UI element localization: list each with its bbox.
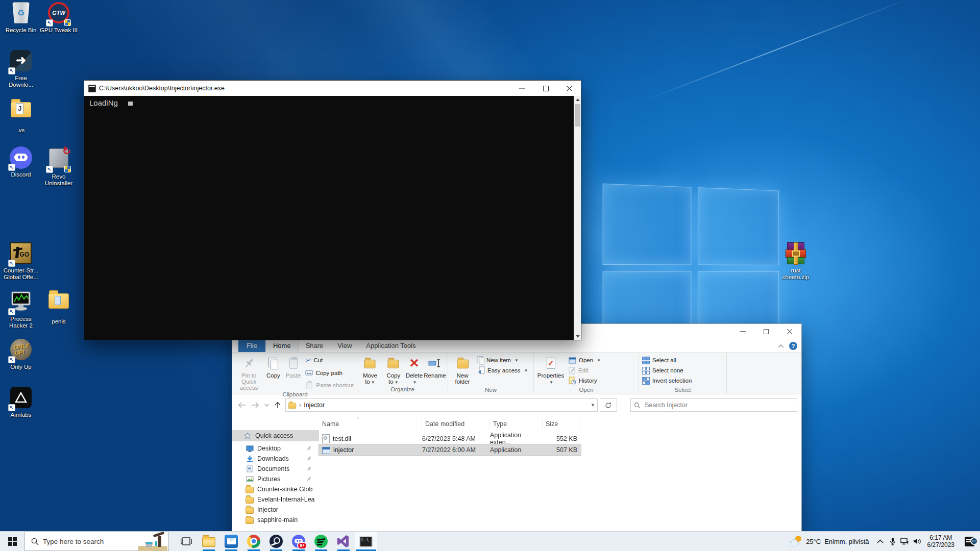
scroll-up-icon[interactable] — [574, 96, 581, 103]
desktop-icon-recycle-bin[interactable]: ♻ Recycle Bin — [0, 1, 42, 34]
taskbar-app-steam[interactable] — [265, 532, 287, 551]
column-header-date-modified[interactable]: Date modified — [422, 418, 490, 430]
help-icon[interactable]: ? — [789, 342, 797, 350]
desktop-icon-free-download-manager[interactable]: ➜ ↖ Free Downlo... — [0, 49, 42, 88]
desktop-icon-csgo[interactable]: GO ↖ Counter-Str... Global Offe... — [0, 241, 42, 281]
console-output-area[interactable]: LoadiNg — [84, 96, 581, 340]
copy-to-button[interactable]: Copy to▼ — [382, 355, 405, 386]
properties-button[interactable]: ✓ Properties▼ — [535, 355, 567, 386]
sidebar-item-injector[interactable]: Injector — [232, 505, 319, 515]
explorer-search-input[interactable] — [644, 401, 794, 409]
open-button[interactable]: Open▼ — [569, 355, 601, 365]
explorer-maximize-button[interactable] — [754, 324, 778, 339]
console-scrollbar[interactable] — [574, 96, 581, 340]
chevron-up-icon — [877, 539, 884, 543]
taskbar-app-mail[interactable] — [220, 532, 242, 551]
sidebar-item-pictures[interactable]: Pictures — [232, 474, 319, 484]
console-titlebar[interactable]: C:\Users\ukkoo\Desktop\Injector\injector… — [84, 81, 581, 96]
tab-share[interactable]: Share — [299, 340, 331, 352]
easy-access-button[interactable]: Easy access▼ — [478, 365, 528, 375]
taskbar-search-input[interactable] — [42, 537, 137, 546]
history-button[interactable]: History — [569, 375, 601, 386]
taskbar-search-box[interactable] — [24, 532, 169, 551]
new-folder-button[interactable]: New folder — [449, 355, 476, 386]
sidebar-item-sapphire-main[interactable]: sapphire-main — [232, 515, 319, 525]
taskbar-app-visual-studio[interactable] — [332, 532, 355, 551]
desktop-icon-vs-folder[interactable]: J .vs — [0, 98, 42, 134]
taskbar-app-spotify[interactable] — [310, 532, 332, 551]
sidebar-item-quick-access[interactable]: Quick access — [232, 430, 319, 441]
paste-shortcut-button[interactable]: Paste shortcut — [305, 380, 354, 390]
console-close-button[interactable] — [557, 81, 581, 96]
select-all-button[interactable]: Select all — [642, 355, 692, 365]
select-none-button[interactable]: Select none — [642, 365, 692, 375]
desktop-icon-discord[interactable]: ↖ Discord — [0, 146, 42, 178]
taskbar-app-chrome[interactable] — [242, 532, 265, 551]
forward-button[interactable] — [250, 399, 261, 411]
console-title: C:\Users\ukkoo\Desktop\Injector\injector… — [99, 85, 510, 92]
tab-view[interactable]: View — [330, 340, 359, 352]
tab-application-tools[interactable]: Application Tools — [359, 340, 423, 352]
tab-home[interactable]: Home — [265, 339, 299, 352]
copy-button[interactable]: Copy — [263, 355, 283, 391]
file-row-test-dll[interactable]: test.dll 6/27/2023 5:48 AM Application e… — [319, 433, 581, 444]
refresh-button[interactable] — [600, 398, 617, 412]
copy-path-button[interactable]: Copy path — [305, 368, 354, 378]
sidebar-item-documents[interactable]: Documents — [232, 464, 319, 474]
sidebar-item-desktop[interactable]: Desktop — [232, 443, 319, 454]
tray-chevron-button[interactable] — [874, 539, 887, 543]
tray-microphone-button[interactable] — [887, 537, 899, 545]
tray-network-button[interactable] — [899, 538, 911, 545]
explorer-close-button[interactable] — [778, 324, 801, 339]
desktop-icon-penis-folder[interactable]: penis — [38, 289, 80, 325]
console-minimize-button[interactable] — [510, 81, 534, 96]
sidebar-item-downloads[interactable]: Downloads — [232, 454, 319, 464]
file-row-injector[interactable]: injector 7/27/2022 6:00 AM Application 5… — [319, 444, 581, 456]
back-button[interactable] — [236, 399, 248, 411]
breadcrumb-path[interactable]: Injector — [304, 402, 325, 409]
task-view-button[interactable] — [175, 532, 198, 551]
paste-button[interactable]: Paste — [283, 355, 304, 391]
tab-file[interactable]: File — [238, 340, 265, 352]
cut-button[interactable]: ✂ Cut — [305, 355, 354, 365]
edit-icon — [569, 367, 576, 374]
taskbar-weather[interactable]: 25°C Enimm. pilvistä — [783, 535, 874, 547]
column-header-name[interactable]: ⌃ Name — [319, 418, 422, 430]
up-button[interactable] — [272, 399, 283, 411]
move-to-button[interactable]: Move to▼ — [358, 355, 382, 386]
delete-button[interactable]: ✕ Delete▼ — [405, 355, 423, 386]
desktop-icon-revo-uninstaller[interactable]: ↻ ↖ Revo Uninstaller — [38, 146, 80, 187]
taskbar-clock[interactable]: 6:17 AM 6/27/2023 — [923, 534, 959, 548]
action-center-button[interactable]: 22 — [959, 537, 980, 546]
sidebar-item-evelant-internal[interactable]: Evelant-Internal-Lea — [232, 494, 319, 505]
column-header-type[interactable]: Type — [490, 418, 543, 430]
pin-to-quick-access-button[interactable]: Pin to Quick access — [234, 355, 263, 391]
edit-button[interactable]: Edit — [569, 365, 601, 375]
address-dropdown-icon[interactable]: ▼ — [591, 403, 595, 408]
column-header-size[interactable]: Size — [543, 418, 580, 430]
taskbar-app-console[interactable] — [355, 532, 377, 551]
sidebar-item-counter-strike[interactable]: Counter-strike Glob — [232, 484, 319, 494]
address-box[interactable]: › Injector ▼ — [285, 398, 598, 412]
scroll-down-icon[interactable] — [574, 333, 581, 340]
explorer-search-box[interactable] — [630, 398, 797, 412]
desktop-icon-only-up[interactable]: ONLY UP! ↖ Only Up — [0, 338, 42, 370]
console-maximize-button[interactable] — [534, 81, 557, 96]
taskbar-app-file-explorer[interactable] — [198, 532, 220, 551]
new-item-button[interactable]: New item▼ — [478, 355, 528, 365]
desktop-icon-process-hacker[interactable]: ↖ Process Hacker 2 — [0, 289, 42, 329]
rename-button[interactable]: Rename — [423, 355, 447, 386]
microphone-icon — [890, 537, 896, 545]
start-button[interactable] — [0, 532, 24, 551]
shortcut-arrow-icon: ↖ — [8, 404, 15, 411]
desktop-icon-gpu-tweak[interactable]: GTW ↖ GPU Tweak III — [38, 1, 80, 34]
scrollbar-thumb[interactable] — [575, 104, 580, 127]
invert-selection-button[interactable]: Invert selection — [642, 375, 692, 386]
desktop-icon-aimlabs[interactable]: ↖ Aimlabs — [0, 386, 42, 418]
taskbar-app-discord[interactable]: 9+ — [287, 532, 310, 551]
recent-locations-button[interactable] — [263, 399, 270, 411]
desktop-icon-rust-cheeto-zip[interactable]: rust cheeto.zip — [775, 242, 817, 281]
collapse-ribbon-icon[interactable] — [778, 344, 784, 348]
tray-volume-button[interactable] — [911, 538, 923, 545]
explorer-minimize-button[interactable] — [731, 324, 754, 339]
